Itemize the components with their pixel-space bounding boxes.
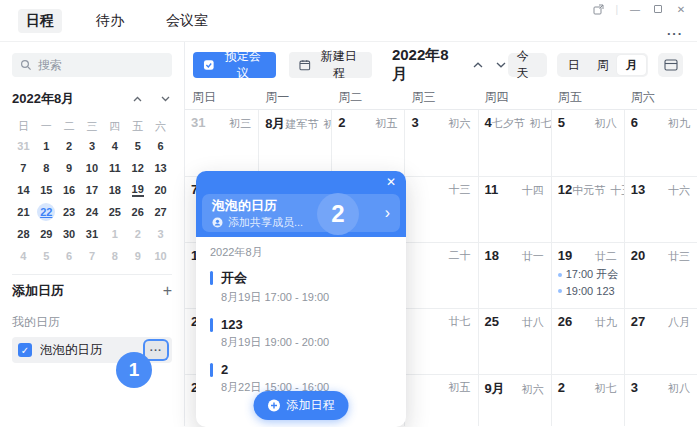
- titlebar-tab[interactable]: 会议室: [158, 9, 216, 33]
- mini-calendar-day[interactable]: 3: [149, 223, 172, 245]
- calendar-day-cell[interactable]: 3初六: [404, 110, 477, 176]
- calendar-day-cell[interactable]: 初五: [404, 374, 477, 426]
- calendar-day-cell[interactable]: 5初八: [551, 110, 624, 176]
- calendar-day-cell[interactable]: 19廿二17:00 开会19:00 123: [551, 242, 624, 308]
- popup-close-icon[interactable]: ✕: [386, 175, 396, 189]
- chevron-right-icon[interactable]: ›: [385, 202, 390, 224]
- calendar-day-cell[interactable]: 26廿九: [551, 308, 624, 374]
- popup-event-item[interactable]: 开会8月19日 17:00 - 19:00: [210, 269, 392, 305]
- book-meeting-button[interactable]: 预定会议: [193, 52, 276, 78]
- calendar-icon: [299, 59, 311, 71]
- mini-calendar-day[interactable]: 27: [149, 201, 172, 223]
- share-member-card[interactable]: 泡泡的日历 添加共享成员... ›: [202, 194, 400, 232]
- mini-calendar-day[interactable]: 21: [12, 201, 35, 223]
- popout-icon[interactable]: [592, 3, 604, 15]
- mini-calendar-day[interactable]: 31: [12, 135, 35, 157]
- calendar-day-cell[interactable]: 8月建军节初四: [258, 110, 331, 176]
- search-input[interactable]: 搜索: [12, 53, 172, 77]
- calendar-day-cell[interactable]: 4七夕节初七: [478, 110, 551, 176]
- calendar-day-cell[interactable]: 12中元节十五: [551, 176, 624, 242]
- mini-calendar-day[interactable]: 6: [58, 245, 81, 267]
- mini-calendar-day[interactable]: 28: [12, 223, 35, 245]
- mini-calendar-day[interactable]: 9: [126, 245, 149, 267]
- mini-calendar-day[interactable]: 8: [35, 157, 58, 179]
- cell-event[interactable]: 17:00 开会: [558, 267, 617, 282]
- mini-calendar-day[interactable]: 5: [126, 135, 149, 157]
- mini-calendar-day[interactable]: 12: [126, 157, 149, 179]
- mini-calendar-day[interactable]: 29: [35, 223, 58, 245]
- lunar-label: 初七: [595, 381, 617, 396]
- mini-calendar-day[interactable]: 10: [81, 157, 104, 179]
- calendar-day-cell[interactable]: 二十: [404, 242, 477, 308]
- mini-calendar-day[interactable]: 13: [149, 157, 172, 179]
- calendar-day-cell[interactable]: 3初八: [624, 374, 697, 426]
- calendar-day-cell[interactable]: 18廿一: [478, 242, 551, 308]
- calendar-day-cell[interactable]: 27八月: [624, 308, 697, 374]
- minimize-icon[interactable]: —: [629, 3, 641, 15]
- calendar-day-cell[interactable]: 6初九: [624, 110, 697, 176]
- titlebar-tab[interactable]: 日程: [18, 9, 62, 33]
- calendar-day-cell[interactable]: 31初三: [185, 110, 258, 176]
- view-option[interactable]: 月: [617, 55, 646, 75]
- mini-calendar-day[interactable]: 15: [35, 179, 58, 201]
- calendar-day-cell[interactable]: 11十四: [478, 176, 551, 242]
- mini-calendar-day[interactable]: 9: [58, 157, 81, 179]
- add-schedule-button[interactable]: 添加日程: [254, 391, 349, 420]
- mini-calendar-day[interactable]: 5: [35, 245, 58, 267]
- calendar-day-cell[interactable]: 20廿三: [624, 242, 697, 308]
- calendar-day-cell[interactable]: 13十六: [624, 176, 697, 242]
- mini-calendar-day[interactable]: 7: [12, 157, 35, 179]
- mini-calendar-day[interactable]: 19: [126, 179, 149, 201]
- mini-calendar-day[interactable]: 11: [103, 157, 126, 179]
- mini-calendar-day[interactable]: 25: [103, 201, 126, 223]
- mini-calendar-day[interactable]: 4: [12, 245, 35, 267]
- new-schedule-button[interactable]: 新建日程: [289, 52, 372, 78]
- month-next-chevron-down-icon[interactable]: [494, 58, 507, 72]
- chevron-up-icon[interactable]: [130, 92, 144, 106]
- view-option[interactable]: 日: [559, 55, 588, 75]
- calendar-day-cell[interactable]: 25廿八: [478, 308, 551, 374]
- mini-calendar-day[interactable]: 2: [58, 135, 81, 157]
- chevron-down-icon[interactable]: [158, 92, 172, 106]
- calendar-more-button[interactable]: ···: [145, 341, 167, 359]
- calendar-day-cell[interactable]: 2初五: [331, 110, 404, 176]
- calendar-day-cell[interactable]: 廿七: [404, 308, 477, 374]
- popup-event-item[interactable]: 1238月19日 19:00 - 20:00: [210, 317, 392, 350]
- mini-calendar-day[interactable]: 24: [81, 201, 104, 223]
- mini-calendar-day[interactable]: 1: [103, 223, 126, 245]
- view-option[interactable]: 周: [588, 55, 617, 75]
- mini-calendar-day[interactable]: 22: [35, 201, 58, 223]
- mini-calendar-day[interactable]: 20: [149, 179, 172, 201]
- maximize-icon[interactable]: [652, 3, 664, 15]
- calendar-checkbox[interactable]: ✓: [18, 343, 32, 357]
- mini-calendar-day[interactable]: 1: [35, 135, 58, 157]
- mini-calendar-weekdays: 日一二三四五六: [12, 117, 172, 135]
- mini-calendar-day[interactable]: 14: [12, 179, 35, 201]
- month-prev-chevron-up-icon[interactable]: [471, 58, 484, 72]
- cell-event[interactable]: 19:00 123: [558, 285, 617, 297]
- mini-calendar-day[interactable]: 4: [103, 135, 126, 157]
- more-options-icon[interactable]: ···: [667, 26, 683, 41]
- close-icon[interactable]: ✕: [675, 3, 687, 15]
- mini-calendar-day[interactable]: 31: [81, 223, 104, 245]
- lunar-label: 建军节初四: [285, 117, 331, 132]
- mini-calendar-day[interactable]: 23: [58, 201, 81, 223]
- mini-calendar-day[interactable]: 10: [149, 245, 172, 267]
- calendar-day-cell[interactable]: 9月初六: [478, 374, 551, 426]
- mini-calendar-day[interactable]: 7: [81, 245, 104, 267]
- schedule-view-icon[interactable]: [658, 53, 683, 77]
- calendar-day-cell[interactable]: 十三: [404, 176, 477, 242]
- calendar-day-cell[interactable]: 2初七: [551, 374, 624, 426]
- mini-calendar-day[interactable]: 26: [126, 201, 149, 223]
- mini-calendar-day[interactable]: 6: [149, 135, 172, 157]
- mini-calendar-day[interactable]: 17: [81, 179, 104, 201]
- mini-calendar-day[interactable]: 16: [58, 179, 81, 201]
- mini-calendar-day[interactable]: 2: [126, 223, 149, 245]
- mini-calendar-day[interactable]: 8: [103, 245, 126, 267]
- today-button[interactable]: 今天: [508, 53, 547, 77]
- add-calendar-button[interactable]: 添加日历 +: [12, 275, 172, 307]
- titlebar-tab[interactable]: 待办: [88, 9, 132, 33]
- mini-calendar-day[interactable]: 30: [58, 223, 81, 245]
- mini-calendar-day[interactable]: 18: [103, 179, 126, 201]
- mini-calendar-day[interactable]: 3: [81, 135, 104, 157]
